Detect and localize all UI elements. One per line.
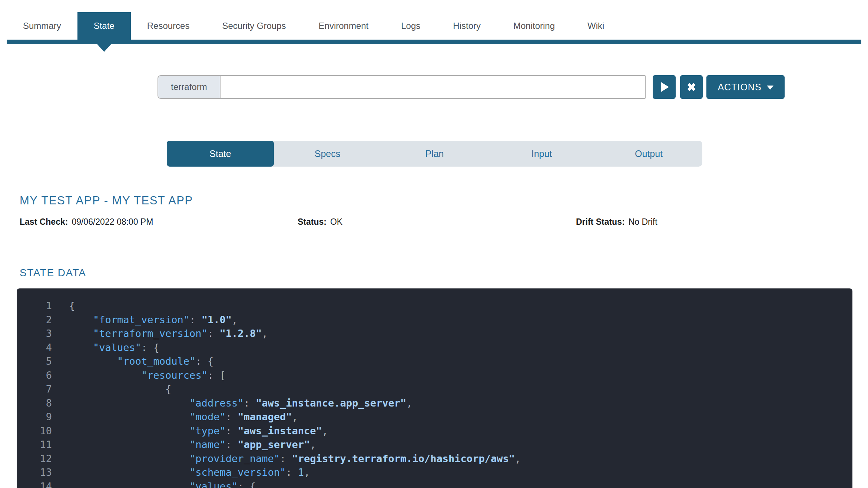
caret-down-icon [767, 86, 773, 90]
code-line: 10 "type": "aws_instance", [17, 424, 852, 438]
code-line: 14 "values": { [17, 479, 852, 488]
last-check-item: Last Check: 09/06/2022 08:00 PM [20, 217, 298, 227]
state-subtab-bar: State Specs Plan Input Output [167, 141, 702, 167]
line-number: 3 [17, 327, 52, 341]
line-number: 13 [17, 465, 52, 479]
line-number: 2 [17, 313, 52, 327]
code-line: 12 "provider_name": "registry.terraform.… [17, 452, 852, 466]
line-number: 14 [17, 479, 52, 488]
code-line: 4 "values": { [17, 341, 852, 355]
code-line: 1{ [17, 299, 852, 313]
line-number: 8 [17, 396, 52, 410]
tab-resources[interactable]: Resources [131, 12, 206, 40]
line-number: 4 [17, 341, 52, 355]
code-line-content: "name": "app_server", [52, 438, 316, 452]
clear-button[interactable]: ✖ [680, 75, 703, 99]
code-line-content: "format_version": "1.0", [52, 313, 238, 327]
line-number: 5 [17, 354, 52, 368]
x-icon: ✖ [687, 81, 696, 94]
terraform-input-group: terraform [158, 75, 646, 99]
code-line-content: "type": "aws_instance", [52, 424, 328, 438]
subtab-specs[interactable]: Specs [274, 141, 381, 167]
status-row: Last Check: 09/06/2022 08:00 PM Status: … [20, 217, 868, 227]
line-number: 10 [17, 424, 52, 438]
code-line-content: "address": "aws_instance.app_server", [52, 396, 413, 410]
tab-wiki[interactable]: Wiki [571, 12, 620, 40]
tab-list: Summary State Resources Security Groups … [0, 12, 868, 40]
last-check-value: 09/06/2022 08:00 PM [72, 217, 153, 227]
tab-underline-bar [7, 40, 861, 44]
line-number: 9 [17, 410, 52, 424]
code-line-content: "values": { [52, 479, 256, 488]
code-line-content: "resources": [ [52, 368, 226, 382]
app-title: MY TEST APP - MY TEST APP [20, 194, 868, 207]
tab-state[interactable]: State [77, 12, 131, 40]
code-line-content: "mode": "managed", [52, 410, 298, 424]
subtab-input[interactable]: Input [488, 141, 595, 167]
tab-history[interactable]: History [437, 12, 497, 40]
terraform-command-input[interactable] [220, 76, 645, 98]
state-data-code-editor[interactable]: 1{2 "format_version": "1.0",3 "terraform… [17, 288, 852, 488]
code-line: 3 "terraform_version": "1.2.8", [17, 327, 852, 341]
code-line: 6 "resources": [ [17, 368, 852, 382]
line-number: 7 [17, 382, 52, 396]
code-line-content: "root_module": { [52, 354, 213, 368]
code-line: 2 "format_version": "1.0", [17, 313, 852, 327]
code-line-content: "schema_version": 1, [52, 465, 310, 479]
actions-button[interactable]: ACTIONS [706, 75, 785, 99]
tab-logs[interactable]: Logs [385, 12, 437, 40]
actions-button-label: ACTIONS [718, 82, 761, 93]
run-button[interactable] [653, 75, 676, 99]
drift-status-value: No Drift [629, 217, 657, 227]
code-line-content: { [52, 299, 75, 313]
terraform-input-label: terraform [158, 76, 220, 98]
code-line: 8 "address": "aws_instance.app_server", [17, 396, 852, 410]
code-line: 7 { [17, 382, 852, 396]
line-number: 1 [17, 299, 52, 313]
tab-monitoring[interactable]: Monitoring [497, 12, 571, 40]
line-number: 6 [17, 368, 52, 382]
status-value: OK [330, 217, 342, 227]
top-tab-bar: Summary State Resources Security Groups … [0, 0, 868, 44]
subtab-output[interactable]: Output [595, 141, 702, 167]
code-line: 13 "schema_version": 1, [17, 465, 852, 479]
code-line-content: "provider_name": "registry.terraform.io/… [52, 452, 521, 466]
line-number: 12 [17, 452, 52, 466]
drift-status-item: Drift Status: No Drift [576, 217, 657, 227]
code-line-content: { [52, 382, 171, 396]
terraform-command-row: terraform ✖ ACTIONS [158, 75, 868, 99]
code-line-content: "terraform_version": "1.2.8", [52, 327, 268, 341]
subtab-state[interactable]: State [167, 141, 274, 167]
tab-environment[interactable]: Environment [302, 12, 385, 40]
code-line: 9 "mode": "managed", [17, 410, 852, 424]
play-icon [661, 82, 669, 92]
line-number: 11 [17, 438, 52, 452]
code-line: 5 "root_module": { [17, 354, 852, 368]
tab-security-groups[interactable]: Security Groups [206, 12, 302, 40]
code-line: 11 "name": "app_server", [17, 438, 852, 452]
state-data-heading: STATE DATA [20, 267, 868, 279]
tab-summary[interactable]: Summary [7, 12, 77, 40]
status-item: Status: OK [298, 217, 576, 227]
code-line-content: "values": { [52, 341, 159, 355]
last-check-label: Last Check: [20, 217, 68, 227]
subtab-plan[interactable]: Plan [381, 141, 488, 167]
status-label: Status: [298, 217, 327, 227]
drift-status-label: Drift Status: [576, 217, 625, 227]
